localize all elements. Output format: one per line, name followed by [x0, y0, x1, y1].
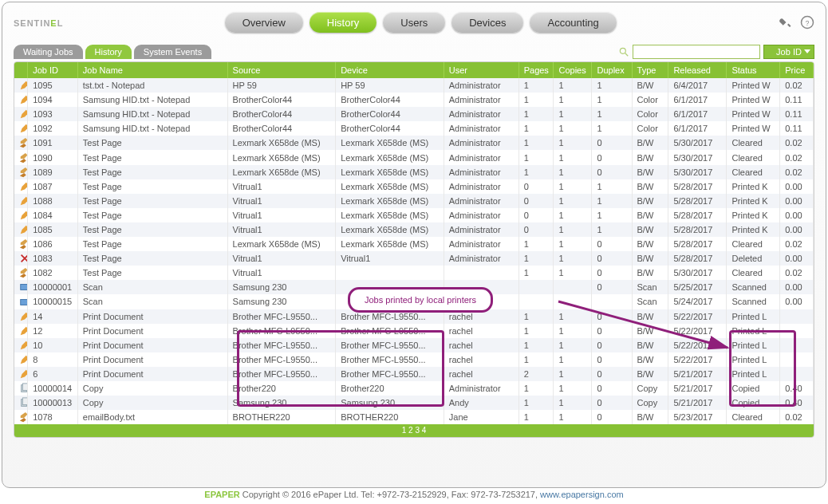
- tools-icon[interactable]: [778, 15, 792, 30]
- pencil-icon: [19, 311, 28, 322]
- search-field-dropdown[interactable]: Job ID: [763, 45, 814, 59]
- cell: 10: [28, 338, 78, 352]
- table-row[interactable]: 1082Test PageVitrual1110B/W5/30/2017Clea…: [14, 266, 814, 280]
- cell: [780, 352, 814, 367]
- table-row[interactable]: 1089Test PageLexmark X658de (MS)Lexmark …: [14, 165, 814, 179]
- col-header[interactable]: Job ID: [28, 62, 78, 78]
- cell: Printed L: [727, 367, 780, 381]
- nav-history[interactable]: History: [310, 12, 377, 33]
- cell: 1: [554, 237, 592, 251]
- pencil-icon: [19, 368, 28, 380]
- table-row[interactable]: 1086Test PageLexmark X658de (MS)Lexmark …: [14, 237, 814, 251]
- cell: 1: [554, 107, 592, 121]
- cell: Lexmark X658de (MS): [336, 165, 444, 179]
- cell: 0.00: [780, 280, 814, 294]
- cell: Print Document: [77, 309, 227, 324]
- cell: 1: [592, 78, 632, 93]
- table-row[interactable]: 1094Samsung HID.txt - NotepadBrotherColo…: [14, 93, 814, 107]
- cell: BROTHER220: [227, 410, 336, 424]
- pencil-icon: [19, 94, 28, 105]
- table-row[interactable]: 1087Test PageVitrual1Lexmark X658de (MS)…: [14, 179, 814, 194]
- cell: Administrator: [444, 78, 518, 93]
- table-row[interactable]: 1083Test PageVitrual1Vitrual1Administrat…: [14, 251, 814, 266]
- cell: 1: [554, 136, 592, 150]
- col-header[interactable]: Price: [780, 62, 814, 78]
- nav-overview[interactable]: Overview: [225, 12, 303, 33]
- cell: Samsung 230: [227, 396, 336, 410]
- table-row[interactable]: 1090Test PageLexmark X658de (MS)Lexmark …: [14, 150, 814, 164]
- tab-system-events[interactable]: System Events: [134, 45, 211, 59]
- pager[interactable]: 1 2 3 4: [14, 424, 814, 437]
- col-header[interactable]: Type: [632, 62, 668, 78]
- table-row[interactable]: 1092Samsung HID.txt - NotepadBrotherColo…: [14, 121, 814, 136]
- cell: [518, 280, 554, 294]
- col-header[interactable]: Pages: [518, 62, 554, 78]
- col-header[interactable]: Duplex: [592, 62, 632, 78]
- cell: B/W: [632, 367, 668, 381]
- col-header[interactable]: User: [444, 62, 518, 78]
- cell: 1091: [28, 136, 78, 150]
- cell: 6/1/2017: [668, 93, 727, 107]
- cell: 1: [518, 150, 554, 164]
- cell: 1: [554, 222, 592, 237]
- cell: Lexmark X658de (MS): [336, 150, 444, 164]
- col-header[interactable]: Source: [227, 62, 336, 78]
- nav-devices[interactable]: Devices: [451, 12, 523, 33]
- tab-history[interactable]: History: [85, 45, 132, 59]
- col-header[interactable]: Device: [336, 62, 444, 78]
- cell: Lexmark X658de (MS): [336, 237, 444, 251]
- table-row[interactable]: 10000001ScanSamsung 2300Scan5/25/2017Sca…: [14, 280, 814, 294]
- row-icon: [14, 352, 28, 367]
- cell: 1: [518, 309, 554, 324]
- col-header[interactable]: Job Name: [77, 62, 227, 78]
- col-header[interactable]: Released: [668, 62, 727, 78]
- table-body: 1095tst.txt - NotepadHP 59HP 59Administr…: [14, 78, 814, 424]
- cell: 5/28/2017: [668, 194, 727, 208]
- table-row[interactable]: 1093Samsung HID.txt - NotepadBrotherColo…: [14, 107, 814, 121]
- cell: 1: [554, 93, 592, 107]
- table-row[interactable]: 1095tst.txt - NotepadHP 59HP 59Administr…: [14, 78, 814, 93]
- cell: Brother220: [227, 381, 336, 396]
- col-header[interactable]: Copies: [554, 62, 592, 78]
- help-icon[interactable]: ?: [800, 15, 814, 30]
- table-row[interactable]: 1078emailBody.txtBROTHER220BROTHER220Jan…: [14, 410, 814, 424]
- pencil-icon: [19, 108, 28, 120]
- table-row[interactable]: 14Print DocumentBrother MFC-L9550...Brot…: [14, 309, 814, 324]
- col-header[interactable]: [14, 62, 28, 78]
- cell: 1078: [28, 410, 78, 424]
- cell: 1: [592, 194, 632, 208]
- cell: [780, 367, 814, 381]
- table-row[interactable]: 6Print DocumentBrother MFC-L9550...Broth…: [14, 367, 814, 381]
- tab-waiting-jobs[interactable]: Waiting Jobs: [14, 45, 83, 59]
- cell: 1: [518, 237, 554, 251]
- footer-link[interactable]: www.epapersign.com: [540, 490, 624, 499]
- cell: tst.txt - Notepad: [77, 78, 227, 93]
- cell: 1: [554, 352, 592, 367]
- nav-accounting[interactable]: Accounting: [530, 12, 616, 33]
- search-icon[interactable]: [618, 46, 629, 57]
- search-input[interactable]: [633, 45, 760, 59]
- col-header[interactable]: Status: [727, 62, 780, 78]
- table-row[interactable]: 1091Test PageLexmark X658de (MS)Lexmark …: [14, 136, 814, 150]
- table-row[interactable]: 1088Test PageVitrual1Lexmark X658de (MS)…: [14, 194, 814, 208]
- cell: Lexmark X658de (MS): [336, 194, 444, 208]
- cell: 5/28/2017: [668, 208, 727, 222]
- table-row[interactable]: 1085Test PageVitrual1Lexmark X658de (MS)…: [14, 222, 814, 237]
- cell: Printed L: [727, 309, 780, 324]
- cell: 5/25/2017: [668, 280, 727, 294]
- table-row[interactable]: 10000015ScanSamsung 230Scan5/24/2017Scan…: [14, 294, 814, 309]
- table-row[interactable]: 10Print DocumentBrother MFC-L9550...Brot…: [14, 338, 814, 352]
- nav-users[interactable]: Users: [383, 12, 445, 33]
- cell: 0.02: [780, 410, 814, 424]
- table-row[interactable]: 10000013CopySamsung 230Samsung 230Andy11…: [14, 396, 814, 410]
- table-row[interactable]: 8Print DocumentBrother MFC-L9550...Broth…: [14, 352, 814, 367]
- cell: Samsung HID.txt - Notepad: [77, 93, 227, 107]
- cell: 0.11: [780, 121, 814, 136]
- table-row[interactable]: 10000014CopyBrother220Brother220Administ…: [14, 381, 814, 396]
- cell: Printed K: [727, 208, 780, 222]
- table-row[interactable]: 1084Test PageVitrual1Lexmark X658de (MS)…: [14, 208, 814, 222]
- cell: Cleared: [727, 237, 780, 251]
- cell: Copied: [727, 381, 780, 396]
- table-row[interactable]: 12Print DocumentBrother MFC-L9550...Brot…: [14, 324, 814, 338]
- cell: 0: [592, 251, 632, 266]
